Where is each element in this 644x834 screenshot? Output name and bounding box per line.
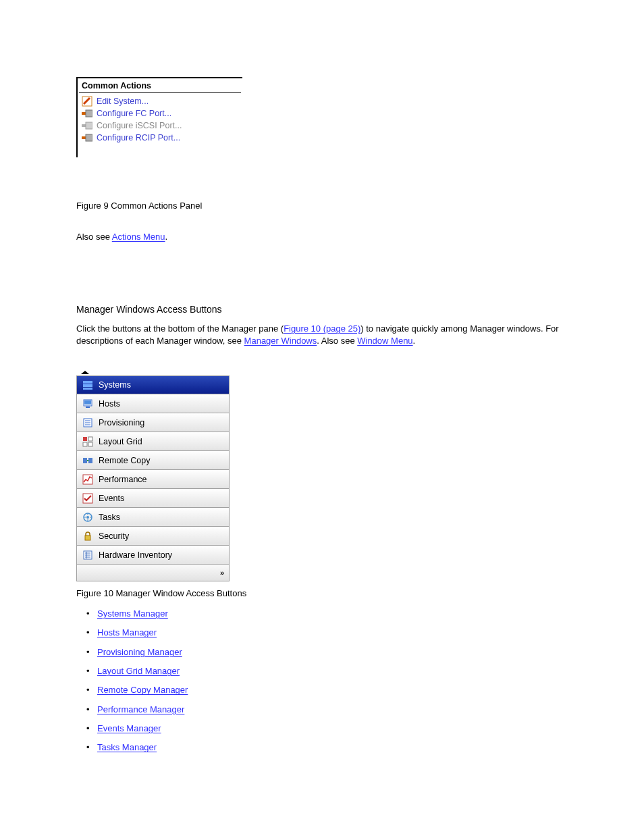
action-label: Configure iSCSI Port...: [97, 121, 182, 130]
tasks-icon: [82, 512, 93, 523]
link-layout-grid-manager[interactable]: Layout Grid Manager: [97, 662, 180, 681]
remote-copy-icon: [82, 455, 93, 466]
text: .: [413, 336, 416, 346]
svg-rect-3: [86, 110, 92, 117]
manager-link-list: •Systems Manager •Hosts Manager •Provisi…: [86, 604, 188, 758]
text: . Also see: [317, 336, 357, 346]
link-actions-menu[interactable]: Actions Menu: [112, 232, 165, 242]
list-item: •Tasks Manager: [86, 738, 188, 757]
list-item: •Layout Grid Manager: [86, 662, 188, 681]
svg-rect-7: [86, 134, 92, 141]
bullet: •: [86, 719, 90, 738]
hardware-icon: [82, 550, 93, 561]
heading-manager-windows: Manager Windows Access Buttons: [76, 304, 222, 315]
layout-grid-icon: [82, 436, 93, 447]
port-icon: [82, 108, 92, 119]
chevron-up-down-icon: [80, 371, 90, 375]
mgr-btn-systems[interactable]: Systems: [76, 375, 230, 394]
mgr-btn-events[interactable]: Events: [76, 489, 230, 508]
svg-rect-21: [83, 442, 87, 446]
security-icon: [82, 531, 93, 542]
mgr-btn-security[interactable]: Security: [76, 527, 230, 546]
divider: [79, 92, 241, 93]
mgr-btn-provisioning[interactable]: Provisioning: [76, 413, 230, 432]
figure-caption-10: Figure 10 Manager Window Access Buttons: [76, 588, 246, 600]
port-disabled-icon: [82, 120, 92, 131]
mgr-btn-label: Security: [99, 531, 129, 541]
more-icon: »: [220, 569, 225, 577]
hosts-icon: [82, 398, 93, 409]
mgr-btn-hardware-inventory[interactable]: Hardware Inventory: [76, 546, 230, 565]
svg-rect-13: [84, 400, 91, 405]
mgr-btn-label: Tasks: [99, 513, 120, 522]
mgr-btn-label: Hardware Inventory: [99, 550, 172, 560]
text: Also see: [76, 232, 112, 242]
link-performance-manager[interactable]: Performance Manager: [97, 700, 184, 719]
bullet: •: [86, 604, 90, 623]
list-item: •Remote Copy Manager: [86, 681, 188, 700]
svg-rect-19: [83, 437, 87, 441]
link-hosts-manager[interactable]: Hosts Manager: [97, 623, 157, 642]
bullet: •: [86, 623, 90, 642]
bullet: •: [86, 681, 90, 700]
list-item: •Hosts Manager: [86, 623, 188, 642]
mgr-btn-performance[interactable]: Performance: [76, 470, 230, 489]
paragraph-manager-windows: Click the buttons at the bottom of the M…: [76, 323, 576, 346]
systems-icon: [82, 380, 93, 390]
svg-marker-8: [81, 371, 89, 374]
bullet: •: [86, 662, 90, 681]
manager-window-buttons-panel: Systems Hosts Provisioning: [76, 370, 230, 581]
collapse-grip[interactable]: [76, 370, 230, 375]
bullet: •: [86, 738, 90, 757]
svg-rect-10: [83, 384, 92, 387]
mgr-btn-label: Remote Copy: [99, 456, 150, 465]
link-remote-copy-manager[interactable]: Remote Copy Manager: [97, 681, 188, 700]
svg-rect-34: [85, 536, 90, 540]
action-configure-rcip-port[interactable]: Configure RCIP Port...: [78, 132, 242, 144]
mgr-btn-label: Layout Grid: [99, 437, 142, 446]
svg-rect-5: [86, 122, 92, 129]
svg-rect-26: [83, 475, 92, 484]
bullet: •: [86, 643, 90, 662]
link-tasks-manager[interactable]: Tasks Manager: [97, 738, 157, 757]
mgr-panel-footer[interactable]: »: [76, 565, 230, 581]
text: .: [165, 232, 168, 242]
svg-rect-14: [86, 407, 90, 408]
mgr-btn-label: Provisioning: [99, 418, 144, 427]
mgr-btn-label: Systems: [99, 380, 131, 390]
list-item: •Systems Manager: [86, 604, 188, 623]
svg-rect-9: [83, 381, 92, 384]
action-edit-system[interactable]: Edit System...: [78, 95, 242, 107]
action-configure-fc-port[interactable]: Configure FC Port...: [78, 107, 242, 120]
bullet: •: [86, 700, 90, 719]
link-figure-10[interactable]: Figure 10 (page 25): [284, 323, 360, 334]
mgr-btn-hosts[interactable]: Hosts: [76, 394, 230, 413]
link-systems-manager[interactable]: Systems Manager: [97, 604, 168, 623]
svg-rect-22: [88, 442, 92, 446]
list-item: •Events Manager: [86, 719, 188, 738]
svg-point-29: [86, 516, 89, 519]
action-configure-iscsi-port: Configure iSCSI Port...: [78, 120, 242, 132]
action-label: Edit System...: [97, 97, 149, 106]
action-label: Configure FC Port...: [97, 109, 171, 118]
link-window-menu[interactable]: Window Menu: [357, 336, 412, 346]
svg-rect-11: [83, 388, 92, 390]
mgr-btn-label: Performance: [99, 475, 147, 484]
link-provisioning-manager[interactable]: Provisioning Manager: [97, 643, 182, 662]
port-icon: [82, 132, 92, 143]
mgr-btn-layout-grid[interactable]: Layout Grid: [76, 432, 230, 451]
events-icon: [82, 493, 93, 504]
svg-rect-24: [88, 458, 92, 463]
mgr-btn-tasks[interactable]: Tasks: [76, 508, 230, 527]
paragraph-also-see: Also see Actions Menu.: [76, 231, 569, 243]
link-manager-windows[interactable]: Manager Windows: [244, 336, 317, 346]
text: Click the buttons at the bottom of the M…: [76, 323, 284, 334]
mgr-btn-label: Hosts: [99, 399, 120, 409]
common-actions-header: Common Actions: [78, 78, 242, 92]
mgr-btn-remote-copy[interactable]: Remote Copy: [76, 451, 230, 470]
performance-icon: [82, 474, 93, 485]
link-events-manager[interactable]: Events Manager: [97, 719, 161, 738]
mgr-btn-label: Events: [99, 494, 124, 503]
svg-rect-23: [83, 458, 87, 463]
common-actions-panel: Common Actions Edit System... Configure …: [76, 77, 242, 157]
